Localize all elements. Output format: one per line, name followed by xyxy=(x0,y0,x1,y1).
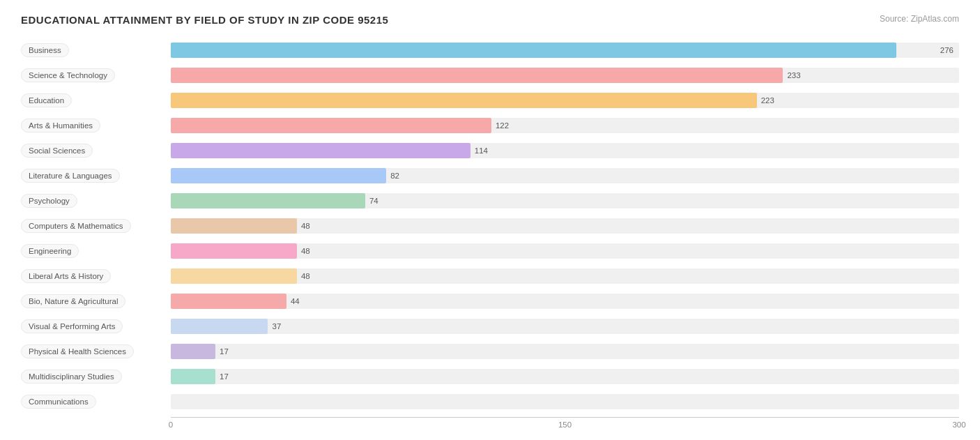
bar-label-container: Visual & Performing Arts xyxy=(21,319,167,333)
bar-label-container: Bio, Nature & Agricultural xyxy=(21,294,167,308)
bar-row: Visual & Performing Arts37 xyxy=(21,314,959,337)
bar-value: 17 xyxy=(220,372,229,381)
bar-label: Literature & Languages xyxy=(21,169,120,183)
bar-label-container: Education xyxy=(21,93,167,107)
bar-track: 17 xyxy=(171,369,959,384)
bar-row: Physical & Health Sciences17 xyxy=(21,340,959,363)
bar-value: 233 xyxy=(787,71,800,79)
bar-track: 122 xyxy=(171,118,959,133)
bar-label-container: Social Sciences xyxy=(21,144,167,158)
bar-label-container: Psychology xyxy=(21,194,167,208)
bar-track: 82 xyxy=(171,168,959,183)
bar-fill xyxy=(171,294,286,309)
bar-value: 48 xyxy=(301,247,310,255)
bar-fill xyxy=(171,243,297,259)
bar-row: Liberal Arts & History48 xyxy=(21,264,959,287)
bar-value: 74 xyxy=(369,197,378,205)
bar-value: 48 xyxy=(301,222,310,230)
bar-value: 17 xyxy=(220,347,229,356)
bar-value: 48 xyxy=(301,272,310,280)
bar-label: Multidisciplinary Studies xyxy=(21,370,122,384)
bar-row: Computers & Mathematics48 xyxy=(21,214,959,237)
bar-label: Social Sciences xyxy=(21,144,93,158)
bar-track: 233 xyxy=(171,68,959,83)
bar-label-container: Liberal Arts & History xyxy=(21,269,167,283)
bar-label-container: Multidisciplinary Studies xyxy=(21,370,167,384)
bar-value: 122 xyxy=(496,121,509,130)
bar-row: Arts & Humanities122 xyxy=(21,114,959,137)
bar-value: 44 xyxy=(291,297,300,305)
bar-track: 223 xyxy=(171,93,959,108)
bar-label: Science & Technology xyxy=(21,68,115,82)
bar-label: Computers & Mathematics xyxy=(21,219,131,233)
source-label: Source: ZipAtlas.com xyxy=(880,14,959,24)
bar-label-container: Arts & Humanities xyxy=(21,119,167,132)
bar-label: Psychology xyxy=(21,194,77,208)
bar-fill xyxy=(171,369,215,384)
bar-label: Communications xyxy=(21,395,96,409)
bar-label: Physical & Health Sciences xyxy=(21,344,134,358)
bar-row: Psychology74 xyxy=(21,189,959,212)
chart-area: Business276Science & Technology233Educat… xyxy=(21,38,959,431)
bar-row: Education223 xyxy=(21,89,959,112)
bar-fill xyxy=(171,43,896,58)
bar-track: 276 xyxy=(171,43,959,58)
bar-row: Social Sciences114 xyxy=(21,139,959,162)
bar-row: Communications xyxy=(21,390,959,413)
bar-label-container: Science & Technology xyxy=(21,68,167,82)
bar-label-container: Physical & Health Sciences xyxy=(21,344,167,358)
x-axis: 0 150 300 xyxy=(171,417,959,431)
bar-track: 48 xyxy=(171,243,959,259)
bar-label-container: Computers & Mathematics xyxy=(21,219,167,233)
bar-label: Liberal Arts & History xyxy=(21,269,111,283)
bar-row: Engineering48 xyxy=(21,239,959,262)
bar-fill xyxy=(171,143,470,158)
chart-header: EDUCATIONAL ATTAINMENT BY FIELD OF STUDY… xyxy=(21,14,959,26)
bar-track: 37 xyxy=(171,319,959,334)
bar-label: Business xyxy=(21,43,69,57)
bar-track: 74 xyxy=(171,193,959,208)
x-tick-0: 0 xyxy=(169,420,173,429)
bar-fill xyxy=(171,193,365,208)
bar-value: 114 xyxy=(475,146,488,155)
bar-value: 37 xyxy=(272,322,281,331)
bar-track: 17 xyxy=(171,344,959,359)
x-tick-150: 150 xyxy=(558,420,572,429)
bar-label: Education xyxy=(21,93,72,107)
bar-track xyxy=(171,394,959,409)
chart-title: EDUCATIONAL ATTAINMENT BY FIELD OF STUDY… xyxy=(21,14,388,26)
bar-track: 48 xyxy=(171,218,959,234)
bar-row: Bio, Nature & Agricultural44 xyxy=(21,289,959,312)
bar-track: 114 xyxy=(171,143,959,158)
bar-label: Engineering xyxy=(21,244,79,258)
bar-label: Visual & Performing Arts xyxy=(21,319,123,333)
bar-label-container: Engineering xyxy=(21,244,167,258)
bar-label: Bio, Nature & Agricultural xyxy=(21,294,125,308)
bar-label-container: Business xyxy=(21,43,167,57)
x-axis-line xyxy=(171,417,959,418)
bar-row: Business276 xyxy=(21,38,959,61)
bar-value: 223 xyxy=(761,96,774,105)
bar-label-container: Communications xyxy=(21,395,167,409)
bar-value: 276 xyxy=(940,46,954,54)
bar-row: Science & Technology233 xyxy=(21,63,959,86)
bar-label-container: Literature & Languages xyxy=(21,169,167,183)
x-tick-300: 300 xyxy=(952,420,965,429)
bar-fill xyxy=(171,168,386,183)
bar-label: Arts & Humanities xyxy=(21,119,100,132)
bar-row: Literature & Languages82 xyxy=(21,164,959,187)
bar-row: Multidisciplinary Studies17 xyxy=(21,365,959,388)
bar-value: 82 xyxy=(390,172,399,180)
bar-track: 44 xyxy=(171,294,959,309)
bars-container: Business276Science & Technology233Educat… xyxy=(21,38,959,413)
bar-fill xyxy=(171,118,491,133)
bar-fill xyxy=(171,268,297,284)
bar-fill xyxy=(171,68,783,83)
bar-fill xyxy=(171,218,297,234)
bar-fill xyxy=(171,93,757,108)
bar-fill xyxy=(171,344,215,359)
bar-track: 48 xyxy=(171,268,959,284)
bar-fill xyxy=(171,319,268,334)
